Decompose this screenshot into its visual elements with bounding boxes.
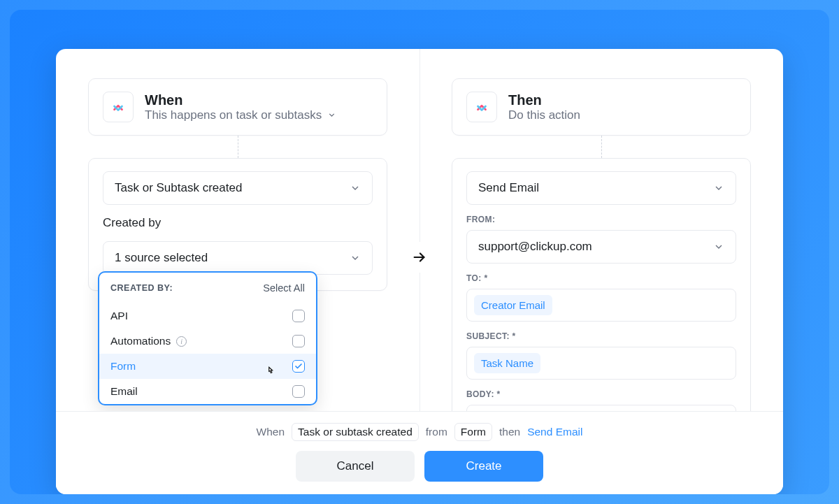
source-select-value: 1 source selected [115, 251, 208, 265]
subject-field[interactable]: Task Name [466, 347, 736, 380]
chevron-down-icon[interactable] [327, 110, 336, 120]
when-header-card: When This happens on task or subtasks [88, 78, 387, 136]
checkbox-icon[interactable] [292, 335, 305, 347]
clickup-logo-icon [103, 92, 134, 122]
dropdown-item-label: API [110, 310, 128, 322]
pointer-cursor-icon [264, 365, 277, 382]
automation-summary: When Task or subtask created from Form t… [257, 423, 583, 441]
connector-line [601, 136, 602, 158]
select-all-button[interactable]: Select All [263, 282, 305, 294]
summary-action: Send Email [527, 424, 582, 440]
created-by-dropdown: CREATED BY: Select All API Automations i [98, 271, 317, 405]
body-label: BODY: * [466, 389, 736, 399]
when-title: When [145, 92, 336, 108]
then-header-card: Then Do this action [452, 78, 751, 136]
flow-arrow-icon [404, 242, 435, 273]
source-select[interactable]: 1 source selected [103, 241, 373, 275]
chevron-down-icon [713, 182, 724, 194]
trigger-select[interactable]: Task or Subtask created [103, 171, 373, 205]
when-column: When This happens on task or subtasks Ta… [56, 49, 420, 411]
create-button[interactable]: Create [424, 451, 543, 482]
dropdown-header: CREATED BY: [110, 283, 173, 293]
dropdown-item-api[interactable]: API [99, 303, 316, 329]
body-field[interactable] [466, 405, 736, 411]
when-subtitle: This happens on task or subtasks [145, 108, 322, 122]
action-card: Send Email FROM: support@clickup.com TO:… [452, 158, 751, 411]
action-select[interactable]: Send Email [466, 171, 736, 205]
to-pill[interactable]: Creator Email [474, 295, 552, 315]
dropdown-item-automations[interactable]: Automations i [99, 329, 316, 354]
summary-source: Form [454, 423, 492, 441]
clickup-logo-icon [466, 92, 497, 122]
subject-pill[interactable]: Task Name [474, 353, 540, 373]
to-field[interactable]: Creator Email [466, 289, 736, 322]
from-label: FROM: [466, 215, 736, 224]
chevron-down-icon [350, 252, 361, 264]
chevron-down-icon [350, 182, 361, 194]
checkbox-icon[interactable] [292, 310, 305, 322]
modal-footer: When Task or subtask created from Form t… [56, 411, 783, 494]
dropdown-item-label: Form [110, 360, 136, 373]
from-value: support@clickup.com [478, 240, 592, 254]
subject-label: SUBJECT: * [466, 331, 736, 341]
then-column: Then Do this action Send Email FROM: sup… [420, 49, 783, 411]
dropdown-item-form[interactable]: Form [99, 354, 316, 379]
checkbox-icon[interactable] [292, 385, 305, 398]
created-by-label: Created by [103, 216, 373, 230]
dropdown-item-label: Email [110, 385, 138, 398]
automation-builder: When This happens on task or subtasks Ta… [56, 49, 783, 411]
chevron-down-icon [713, 241, 724, 252]
trigger-select-value: Task or Subtask created [115, 181, 242, 195]
dropdown-item-label: Automations [110, 335, 171, 347]
info-icon[interactable]: i [176, 336, 187, 347]
app-background: When This happens on task or subtasks Ta… [10, 10, 829, 494]
automation-modal: When This happens on task or subtasks Ta… [56, 49, 783, 494]
dropdown-item-email[interactable]: Email [99, 379, 316, 404]
summary-from: from [426, 426, 447, 438]
cancel-button[interactable]: Cancel [296, 451, 415, 482]
then-subtitle: Do this action [508, 108, 580, 122]
from-select[interactable]: support@clickup.com [466, 230, 736, 264]
action-select-value: Send Email [478, 181, 539, 195]
summary-trigger: Task or subtask created [292, 423, 419, 441]
connector-line [238, 136, 238, 158]
to-label: TO: * [466, 273, 736, 283]
checkbox-checked-icon[interactable] [292, 360, 305, 373]
summary-when: When [257, 426, 285, 438]
then-title: Then [508, 92, 580, 108]
summary-then: then [499, 426, 520, 438]
